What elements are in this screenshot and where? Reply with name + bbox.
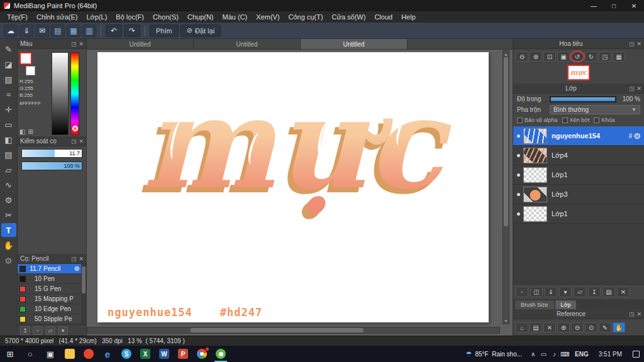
minimize-button[interactable]: —	[584, 0, 604, 11]
brush-item-edgepen[interactable]: 10 Edge Pen	[18, 304, 81, 314]
hand-tool[interactable]: ✋	[1, 238, 16, 252]
popout-icon[interactable]: ◳	[71, 41, 77, 47]
add-brush-icon[interactable]: ▫	[33, 326, 43, 335]
popout-icon[interactable]: ◳	[629, 41, 635, 47]
alpha-protect-checkbox[interactable]: Bảo vệ alpha	[517, 117, 558, 123]
bucket-tool[interactable]: ◧	[1, 133, 16, 146]
eyedropper-tool[interactable]: ⊙	[1, 253, 16, 267]
menu-color[interactable]: Màu (C)	[218, 13, 252, 21]
reset-button[interactable]: ⊘ Đặt lại	[180, 25, 221, 37]
opacity-slider[interactable]	[550, 96, 616, 102]
palette-icon[interactable]: ◧	[19, 128, 25, 135]
taskbar-medibang-active[interactable]	[211, 346, 230, 362]
document-tab-3-active[interactable]: Untitled	[301, 39, 408, 49]
layer-settings-gear-icon[interactable]: ⚙	[633, 131, 641, 141]
layout-right-icon[interactable]: ▥	[82, 25, 96, 37]
open-folder-icon[interactable]: ▤	[530, 322, 542, 332]
merge-down-icon[interactable]: ↧	[588, 287, 601, 297]
vertical-scrollbar[interactable]: ▲ ▼	[502, 50, 509, 324]
taskbar-excel[interactable]: X	[136, 346, 155, 362]
menu-window[interactable]: Cửa sổ(W)	[328, 13, 370, 21]
drawing-canvas[interactable]: mực mực nguyenhue154 #hd247	[97, 52, 489, 322]
save-icon[interactable]: ⇓	[19, 25, 33, 37]
ref-pick-icon[interactable]: ✎	[599, 322, 611, 332]
layer-row-lop1b[interactable]: Lớp1	[513, 204, 644, 224]
clock[interactable]: 3:51 PM	[593, 351, 628, 358]
search-button[interactable]: ○	[20, 346, 40, 362]
layer-row-lop3[interactable]: Lớp3	[513, 185, 644, 204]
brush-item-pencil[interactable]: 11.7 Pencil ⚙	[18, 264, 81, 274]
taskbar-edge[interactable]: e	[98, 346, 117, 362]
popout-icon[interactable]: ◳	[71, 138, 77, 145]
display-icon[interactable]: ▭	[538, 351, 549, 358]
close-icon[interactable]: ✕	[79, 256, 84, 262]
hue-strip[interactable]	[70, 52, 79, 135]
rotate-icon[interactable]: ↻	[585, 52, 597, 62]
zoom-fit-icon[interactable]: ⊡	[543, 52, 556, 62]
divide-tool[interactable]: ✂	[1, 208, 16, 222]
task-view-button[interactable]: ▣	[40, 346, 60, 362]
brush-item-mapping[interactable]: 15 Mapping P	[18, 294, 81, 304]
scroll-up-arrow[interactable]: ▲	[503, 51, 509, 57]
taskbar-skype[interactable]: S	[117, 346, 136, 362]
menu-edit[interactable]: Chỉnh sửa(E)	[32, 13, 82, 21]
operation-tool[interactable]: ⚙	[1, 193, 16, 207]
eraser-tool[interactable]: ◪	[1, 57, 16, 71]
smudge-tool[interactable]: ≈	[1, 87, 16, 101]
document-tab-1[interactable]: Untitled	[87, 39, 194, 49]
popout-icon[interactable]: ◳	[71, 256, 77, 262]
popout-icon[interactable]: ◳	[629, 311, 635, 317]
blend-mode-dropdown[interactable]: Bình thường ▼	[550, 105, 640, 114]
layer-visibility-dot[interactable]	[517, 173, 520, 177]
zoom-in-icon[interactable]: ⊕	[530, 52, 542, 62]
vertical-scroll-thumb[interactable]	[504, 57, 508, 226]
zoom-actual-icon[interactable]: ▣	[557, 52, 570, 62]
brush-size-slider[interactable]: 11.7	[21, 149, 82, 158]
ref-hand-icon[interactable]: ✋	[613, 322, 625, 332]
new-folder-icon[interactable]: ▾	[559, 287, 572, 297]
start-button[interactable]: ⊞	[0, 346, 20, 362]
layer-visibility-dot[interactable]	[517, 193, 520, 196]
ref-zoom-reset-icon[interactable]: ⊙	[585, 322, 597, 332]
menu-help[interactable]: Help	[397, 13, 420, 21]
horizontal-scroll-thumb[interactable]	[191, 328, 364, 332]
layer-transfer-icon[interactable]: ⇓	[545, 287, 557, 297]
close-icon[interactable]: ✕	[79, 41, 84, 47]
clipping-checkbox[interactable]: Xén bớt	[562, 117, 590, 123]
delete-layer-icon[interactable]: ✕	[617, 287, 630, 297]
layout-left-icon[interactable]: ▤	[51, 25, 65, 37]
action-center-button[interactable]	[628, 346, 644, 362]
menu-filter[interactable]: Bộ lọc(F)	[111, 13, 148, 21]
maximize-button[interactable]: □	[604, 0, 624, 11]
zoom-out-icon[interactable]: ⊖	[516, 52, 528, 62]
close-button[interactable]: ✕	[624, 0, 644, 11]
taskbar-word[interactable]: W	[155, 346, 174, 362]
marquee-tool[interactable]: ▱	[1, 163, 16, 177]
lasso-tool[interactable]: ∿	[1, 178, 16, 192]
menu-select[interactable]: Chọn(S)	[148, 13, 183, 21]
taskbar-chrome[interactable]	[192, 346, 211, 362]
comment-icon[interactable]: ✉	[35, 25, 49, 37]
home-icon[interactable]: ⌂	[516, 322, 528, 332]
menu-cloud[interactable]: Cloud	[370, 13, 397, 21]
add-palette-icon[interactable]: ⊞	[28, 128, 33, 135]
background-color-swatch[interactable]	[26, 66, 35, 75]
close-image-icon[interactable]: ✕	[543, 322, 556, 332]
close-icon[interactable]: ✕	[636, 41, 641, 47]
close-icon[interactable]: ✕	[636, 85, 641, 92]
ref-zoom-out-icon[interactable]: ⊖	[571, 322, 584, 332]
brush-item-pen[interactable]: 10 Pen	[18, 274, 81, 284]
text-tool[interactable]: T	[1, 223, 16, 237]
layer-row-nguyenhue154[interactable]: nguyenhue154 # ⚙	[513, 126, 644, 146]
document-tab-2[interactable]: Untitled	[194, 39, 301, 49]
foreground-color-swatch[interactable]	[19, 52, 32, 65]
keyboard-icon[interactable]: ⌨	[560, 351, 570, 358]
brush-item-gpen[interactable]: 15 G Pen	[18, 284, 81, 294]
menu-snap[interactable]: Chụp(N)	[183, 13, 218, 21]
layer-visibility-dot[interactable]	[517, 212, 520, 216]
brush-tool[interactable]: ✎	[1, 42, 16, 56]
folder-icon[interactable]: ▱	[574, 287, 586, 297]
brush-opacity-slider[interactable]: 100 %	[21, 162, 82, 170]
language-indicator[interactable]: ENG	[570, 351, 593, 358]
clear-layer-icon[interactable]: ▤	[602, 287, 615, 297]
